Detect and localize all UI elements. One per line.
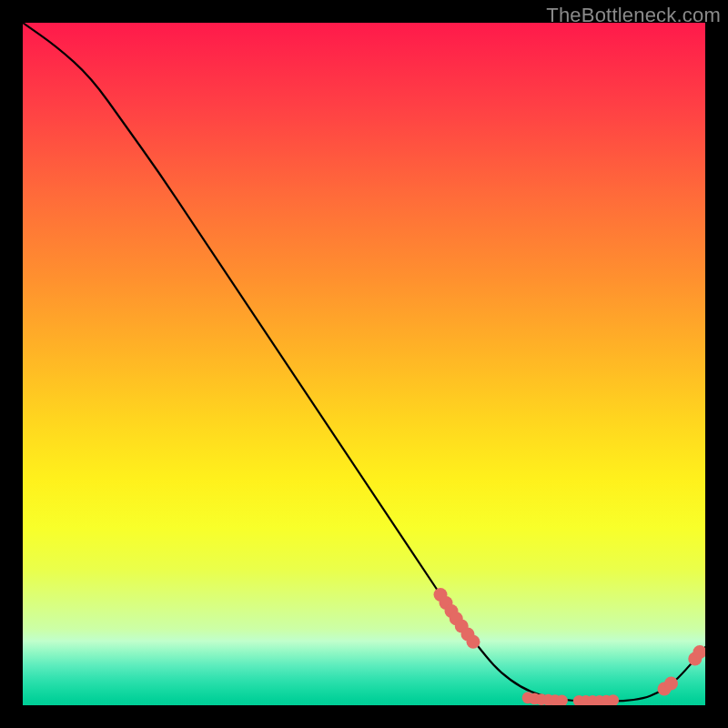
bottleneck-curve — [23, 23, 705, 702]
data-marker — [664, 677, 678, 691]
data-markers — [434, 588, 706, 705]
chart-svg — [23, 23, 705, 705]
chart-stage: TheBottleneck.com — [0, 0, 728, 728]
data-marker — [467, 635, 480, 649]
plot-area — [23, 23, 705, 705]
